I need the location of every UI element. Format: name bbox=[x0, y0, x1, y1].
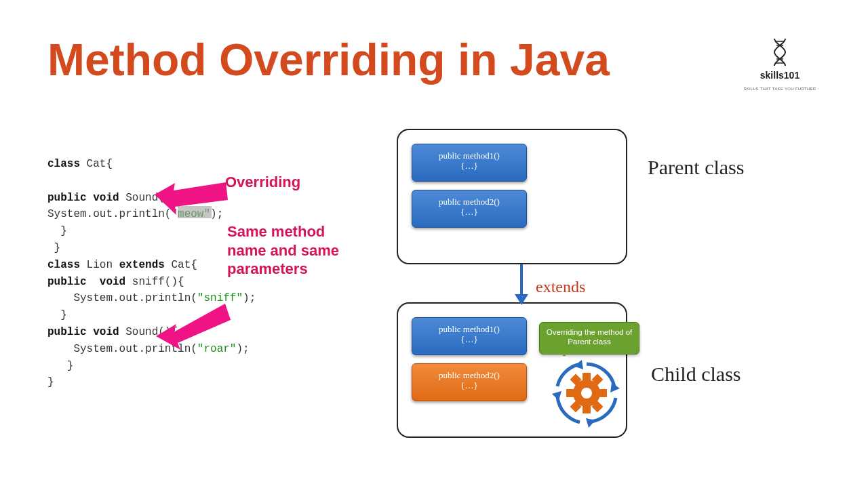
parent-class-box: public method1() {…} public method2() {…… bbox=[397, 129, 627, 264]
override-callout: Overriding the method of Parent class bbox=[539, 322, 639, 354]
svg-marker-7 bbox=[515, 294, 528, 305]
brand-logo: skills101 SKILLS THAT TAKE YOU FURTHER bbox=[739, 37, 821, 93]
brand-tagline: SKILLS THAT TAKE YOU FURTHER bbox=[744, 87, 816, 91]
brand-name: skills101 bbox=[739, 70, 821, 81]
dna-icon bbox=[765, 37, 795, 67]
annotation-overriding: Overriding bbox=[225, 173, 300, 192]
gear-cycle-icon bbox=[549, 356, 624, 430]
svg-marker-5 bbox=[156, 304, 231, 350]
extends-label: extends bbox=[536, 278, 585, 296]
method-card: public method2() {…} bbox=[412, 190, 527, 228]
method-card: public method1() {…} bbox=[412, 317, 527, 355]
child-class-label: Child class bbox=[651, 363, 741, 386]
svg-marker-4 bbox=[155, 182, 228, 215]
annotation-same-method: Same method name and same parameters bbox=[227, 222, 363, 279]
arrow-icon bbox=[155, 180, 229, 220]
arrow-icon bbox=[156, 304, 231, 351]
svg-point-21 bbox=[581, 388, 592, 399]
extends-arrow-icon bbox=[512, 263, 531, 306]
page-title: Method Overriding in Java bbox=[47, 34, 610, 85]
method-card: public method1() {…} bbox=[412, 144, 527, 182]
parent-class-label: Parent class bbox=[648, 156, 744, 179]
method-card-overridden: public method2() {…} bbox=[412, 363, 527, 401]
